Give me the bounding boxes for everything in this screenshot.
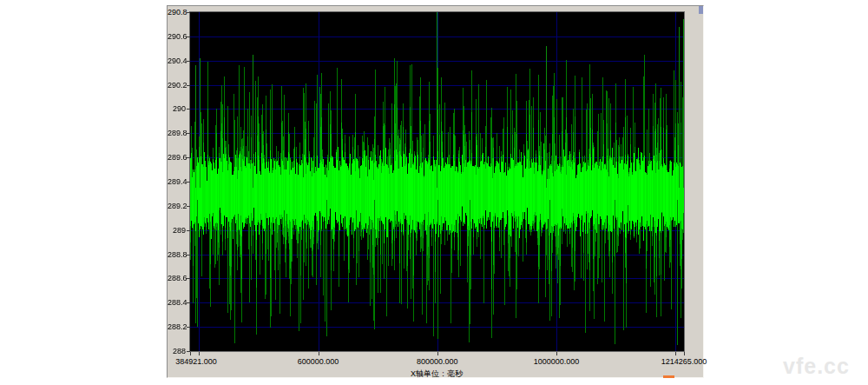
x-tick-label: 600000.000 xyxy=(298,357,339,366)
x-tick xyxy=(675,352,676,355)
y-tick xyxy=(187,206,190,207)
y-tick-label: 290.8 xyxy=(168,9,186,17)
x-tick-label: 384921.000 xyxy=(175,357,217,366)
x-tick xyxy=(199,352,200,355)
y-tick-label: 290.2 xyxy=(168,82,186,90)
y-tick-label: 288.4 xyxy=(168,299,186,307)
chart-window: 290.8290.6290.4290.2290289.8289.6289.428… xyxy=(167,5,704,378)
y-tick-label: 288.8 xyxy=(168,251,186,259)
y-tick-label: 289.8 xyxy=(168,129,186,137)
y-tick-label: 288 xyxy=(168,348,186,355)
y-tick xyxy=(187,278,190,279)
x-tick-label: 1214265.000 xyxy=(661,357,707,366)
watermark: vfe.cc xyxy=(783,354,850,379)
y-tick xyxy=(187,37,190,37)
signal-canvas[interactable] xyxy=(190,12,684,351)
y-tick xyxy=(187,157,190,158)
y-tick xyxy=(187,85,190,86)
y-tick xyxy=(187,61,190,62)
x-axis-unit-label: X轴单位：毫秒 xyxy=(411,368,463,380)
x-tick xyxy=(684,352,685,355)
y-tick-label: 289.4 xyxy=(168,178,186,186)
screenshot-stage: 290.8290.6290.4290.2290289.8289.6289.428… xyxy=(0,0,868,385)
y-tick-label: 289.6 xyxy=(168,154,186,162)
y-tick xyxy=(187,12,190,13)
x-tick xyxy=(437,352,438,355)
y-tick xyxy=(187,109,190,110)
y-tick xyxy=(187,255,190,256)
y-tick xyxy=(187,182,190,183)
y-tick xyxy=(187,327,190,328)
x-tick xyxy=(319,352,319,355)
x-tick-label: 800000.000 xyxy=(417,357,458,366)
scroll-thumb-icon[interactable] xyxy=(699,6,703,14)
y-tick xyxy=(187,230,190,231)
y-tick-label: 289.2 xyxy=(168,202,186,210)
x-tick xyxy=(556,352,557,355)
y-tick-label: 290.6 xyxy=(168,33,186,41)
y-tick-label: 290 xyxy=(168,105,186,113)
x-tick-label: 1000000.000 xyxy=(534,357,580,366)
y-tick-label: 290.4 xyxy=(168,57,186,65)
y-tick-label: 288.6 xyxy=(168,275,186,282)
y-tick xyxy=(187,133,190,134)
bottom-orange-marker xyxy=(663,375,674,378)
x-tick xyxy=(190,352,191,355)
y-tick-label: 289 xyxy=(168,227,186,235)
y-tick xyxy=(187,302,190,303)
y-tick-label: 288.2 xyxy=(168,323,186,331)
plot-area xyxy=(189,11,685,352)
